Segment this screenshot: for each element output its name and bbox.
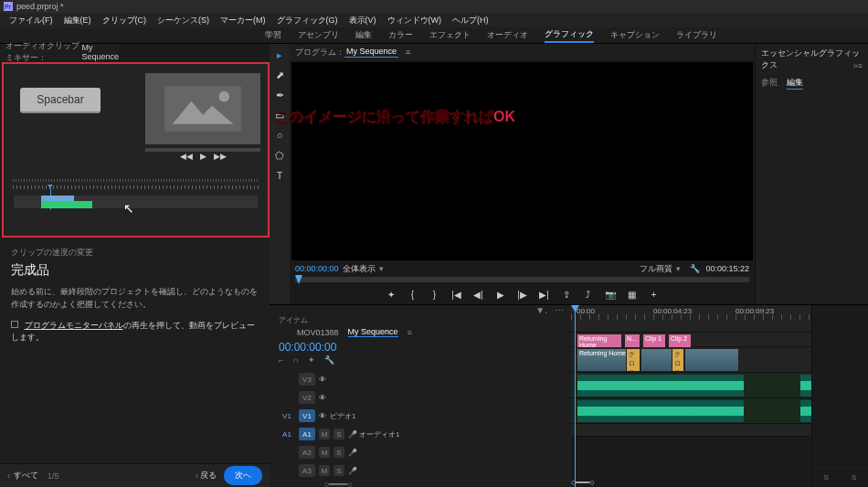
menu-marker[interactable]: マーカー(M) (215, 15, 271, 26)
nav-all[interactable]: すべて (14, 470, 38, 482)
track-v3[interactable]: V3👁 (270, 370, 571, 388)
mark-in-icon[interactable]: { (407, 290, 419, 300)
ws-edit[interactable]: 編集 (355, 29, 372, 41)
go-in-icon[interactable]: |◀ (450, 290, 463, 300)
settings-icon[interactable]: 🔧 (324, 355, 334, 365)
zoom-bar[interactable]: ○━━━━○ (270, 480, 571, 487)
menubar: ファイル(F) 編集(E) クリップ(C) シーケンス(S) マーカー(M) グ… (0, 13, 868, 27)
add-marker-icon[interactable]: ✦ (385, 290, 397, 300)
transition[interactable]: クロス (672, 348, 684, 372)
type-tool-icon[interactable]: T (272, 168, 287, 183)
ws-learn[interactable]: 学習 (265, 29, 281, 41)
audio-clip[interactable] (577, 374, 745, 397)
menu-edit[interactable]: 編集(E) (58, 15, 97, 26)
audio-mixer-tab[interactable]: オーディオクリップミキサー：My Sequence (0, 44, 119, 60)
filter-icon[interactable]: ▼. (535, 305, 547, 315)
timeline-scrollbar[interactable]: ○━━━○ (571, 478, 811, 487)
prev-icon[interactable]: ◀◀ (180, 152, 193, 161)
marker-icon[interactable]: ✦ (308, 355, 315, 365)
audio-meters: S S (811, 305, 868, 487)
essential-graphics-panel: エッセンシャルグラフィックス »≡ 参照 編集 (755, 44, 868, 304)
audio-clip[interactable] (577, 399, 745, 423)
solo-left[interactable]: S (824, 473, 829, 482)
track-v2[interactable]: V2👁 (270, 388, 571, 407)
source-tab[interactable]: MOV01388 (297, 328, 339, 337)
wrench-icon[interactable]: 🔧 (690, 264, 700, 273)
rectangle-tool-icon[interactable]: ▭ (272, 108, 287, 122)
ws-assembly[interactable]: アセンブリ (298, 29, 339, 41)
link-icon[interactable]: ∩ (292, 355, 298, 365)
time-ruler[interactable]: 00:00 00:00:04:23 00:00:09:23 00:00:14:2… (571, 305, 811, 320)
selection-tool-icon[interactable]: ▸ (272, 48, 287, 62)
export-frame-icon[interactable]: 📷 (604, 290, 617, 300)
track-a3[interactable]: A3MS🎤 (270, 461, 571, 480)
tl-a1 (571, 373, 811, 398)
program-monitor[interactable] (291, 62, 753, 260)
step-back-icon[interactable]: ◀| (472, 290, 485, 300)
solo-right[interactable]: S (852, 473, 856, 482)
graphics-toolbar: ▸ ⬈ ✒ ▭ ○ ⬠ T (270, 44, 290, 304)
ws-caption[interactable]: キャプション (610, 29, 660, 41)
polygon-tool-icon[interactable]: ⬠ (272, 148, 287, 163)
quality-dropdown[interactable]: フル画質 (640, 263, 672, 275)
menu-file[interactable]: ファイル(F) (4, 15, 58, 26)
menu-sequence[interactable]: シーケンス(S) (152, 15, 215, 26)
play-icon[interactable]: ▶ (494, 290, 507, 300)
go-out-icon[interactable]: ▶| (538, 290, 551, 300)
mark-out-icon[interactable]: } (429, 290, 441, 300)
ws-audio[interactable]: オーディオ (487, 29, 528, 41)
pen-tool-icon[interactable]: ✒ (272, 88, 287, 102)
timecode-in[interactable]: 00:00:00:00 (295, 264, 339, 273)
next-icon[interactable]: ▶▶ (214, 152, 227, 161)
nav-page: 1/5 (48, 471, 59, 481)
sequence-timecode[interactable]: 00:00:00:00 (270, 337, 571, 355)
ellipse-tool-icon[interactable]: ○ (272, 128, 287, 143)
playhead-scrubber[interactable] (295, 277, 749, 282)
edit-tab[interactable]: 編集 (787, 77, 803, 90)
ws-graphic[interactable]: グラフィック (545, 28, 594, 43)
sequence-tab[interactable]: My Sequence (348, 327, 398, 337)
play-icon[interactable]: ▶ (200, 152, 206, 161)
clip[interactable]: Returning Home (577, 348, 631, 372)
clip[interactable] (684, 348, 739, 372)
learn-subtitle: クリップの速度の変更 (11, 247, 259, 259)
step-fwd-icon[interactable]: |▶ (516, 290, 529, 300)
timeline[interactable]: 00:00 00:00:04:23 00:00:09:23 00:00:14:2… (571, 305, 811, 487)
compare-icon[interactable]: ▦ (626, 290, 639, 300)
chevron-left-icon[interactable]: ‹ (7, 471, 10, 481)
tutorial-preview: Spacebar ◀◀ ▶ ▶▶ ↖ (2, 62, 270, 238)
snap-icon[interactable]: ⌐ (279, 355, 283, 365)
audio-clip[interactable] (799, 399, 811, 423)
extract-icon[interactable]: ⤴ (582, 290, 595, 300)
direct-select-icon[interactable]: ⬈ (272, 68, 287, 82)
panel-menu-icon[interactable]: »≡ (853, 61, 863, 70)
zoom-dropdown[interactable]: 全体表示 (343, 263, 376, 275)
menu-clip[interactable]: クリップ(C) (97, 15, 153, 26)
back-button[interactable]: 戻る (200, 470, 217, 482)
svg-rect-2 (164, 86, 240, 132)
panel-menu-icon[interactable]: ⋯ (555, 305, 564, 315)
track-v1[interactable]: V1V1👁ビデオ1 (270, 407, 571, 425)
lift-icon[interactable]: ⇪ (560, 290, 573, 300)
browse-tab[interactable]: 参照 (761, 77, 778, 90)
audio-clip[interactable] (799, 374, 811, 397)
ws-color[interactable]: カラー (388, 29, 413, 41)
menu-help[interactable]: ヘルプ(H) (447, 15, 494, 26)
spacebar-key: Spacebar (20, 88, 101, 113)
track-a1[interactable]: A1A1MS🎤オーディオ1 (270, 425, 571, 443)
menu-window[interactable]: ウィンドウ(W) (382, 15, 448, 26)
ws-effects[interactable]: エフェクト (429, 29, 471, 41)
program-panel-tab[interactable]: プログラム：My Sequence ≡ (290, 44, 755, 60)
menu-view[interactable]: 表示(V) (344, 15, 382, 26)
next-button[interactable]: 次へ (224, 466, 262, 485)
settings-icon[interactable]: + (648, 290, 661, 300)
playhead[interactable] (575, 305, 576, 487)
transition[interactable]: クロス (626, 348, 640, 372)
svg-point-4 (219, 91, 230, 102)
ws-library[interactable]: ライブラリ (676, 29, 717, 41)
menu-graphic[interactable]: グラフィック(G) (271, 15, 344, 26)
checkbox[interactable] (11, 321, 18, 328)
program-monitor-link[interactable]: プログラムモニターパネル (25, 321, 123, 330)
track-a2[interactable]: A2MS🎤 (270, 443, 571, 461)
image-placeholder-icon (145, 73, 260, 144)
